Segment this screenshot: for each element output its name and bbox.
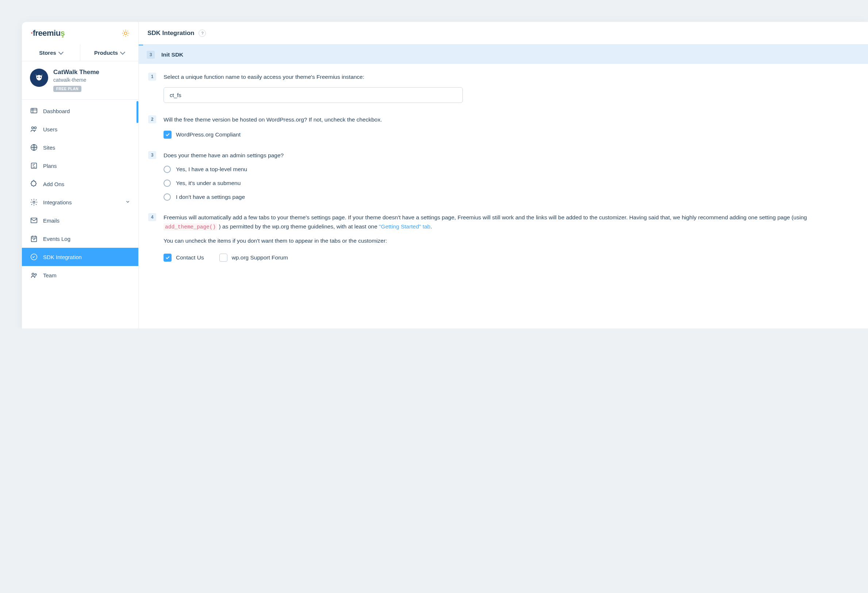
text-segment: . <box>430 223 432 230</box>
plan-badge: FREE PLAN <box>53 86 81 92</box>
app-window: ·freemiuş SDK Integration ? Stores Produ… <box>22 22 868 329</box>
svg-rect-10 <box>31 236 37 242</box>
check-icon <box>165 132 170 137</box>
code-snippet: add_theme_page() <box>164 223 217 231</box>
svg-point-12 <box>32 273 34 276</box>
nav-sdk[interactable]: SDK Integration <box>22 248 138 266</box>
radio-top-level[interactable]: Yes, I have a top-level menu <box>164 166 859 173</box>
radio-icon <box>164 166 171 173</box>
checklist-icon <box>30 162 38 170</box>
nav-dashboard[interactable]: Dashboard <box>22 102 138 120</box>
svg-point-8 <box>33 201 35 203</box>
sdk-icon <box>30 253 38 261</box>
section-title: Init SDK <box>161 52 183 58</box>
substep-label: Will the free theme version be hosted on… <box>164 115 859 124</box>
mail-icon <box>30 216 38 224</box>
substep-number: 3 <box>148 151 156 159</box>
text-segment: ) as permitted by the wp.org theme guide… <box>217 223 379 230</box>
products-dropdown[interactable]: Products <box>80 44 138 61</box>
nav-label: Sites <box>43 145 55 151</box>
contact-us-checkbox[interactable] <box>164 254 171 262</box>
nav-label: Dashboard <box>43 108 70 114</box>
sun-icon <box>121 29 130 37</box>
section-body: 1 Select a unique function name to easil… <box>139 64 868 276</box>
nav-label: Events Log <box>43 236 71 242</box>
page-title: SDK Integration <box>148 30 194 37</box>
checkbox-label: WordPress.org Compliant <box>176 131 241 138</box>
nav-integrations[interactable]: Integrations <box>22 193 138 211</box>
dashboard-icon <box>30 107 38 115</box>
nav: Dashboard Users Sites Plans Add Ons <box>22 100 138 286</box>
chevron-down-icon <box>58 50 63 55</box>
team-icon <box>30 271 38 279</box>
body: Stores Products CatWalk Theme catwalk-th… <box>22 44 868 329</box>
radio-none[interactable]: I don't have a settings page <box>164 193 859 201</box>
wporg-compliant-checkbox[interactable] <box>164 131 171 139</box>
topbar: ·freemiuş SDK Integration ? <box>22 22 868 44</box>
nav-emails[interactable]: Emails <box>22 211 138 230</box>
svg-point-13 <box>35 274 37 276</box>
scroll-indicator[interactable] <box>137 101 138 123</box>
nav-label: SDK Integration <box>43 254 82 260</box>
product-avatar <box>30 69 48 87</box>
support-forum-checkbox[interactable] <box>219 254 227 262</box>
puzzle-icon <box>30 180 38 188</box>
gear-icon <box>30 198 38 206</box>
help-button[interactable]: ? <box>199 30 206 37</box>
radio-icon <box>164 193 171 201</box>
logo[interactable]: ·freemiuş <box>31 28 65 38</box>
radio-icon <box>164 180 171 187</box>
function-name-input[interactable] <box>164 87 463 103</box>
substep-number: 4 <box>148 213 156 221</box>
nav-label: Users <box>43 126 57 133</box>
svg-rect-3 <box>31 108 37 113</box>
topbar-left: ·freemiuş <box>22 22 139 44</box>
text-segment: Freemius will automatically add a few ta… <box>164 214 807 220</box>
nav-users[interactable]: Users <box>22 120 138 138</box>
globe-icon <box>30 143 38 152</box>
radio-label: Yes, I have a top-level menu <box>176 166 247 173</box>
users-icon <box>30 125 38 133</box>
substep-2: 2 Will the free theme version be hosted … <box>148 115 859 139</box>
substep-1: 1 Select a unique function name to easil… <box>148 72 859 103</box>
product-name: CatWalk Theme <box>53 69 99 76</box>
radio-label: Yes, it's under a submenu <box>176 180 241 186</box>
radio-label: I don't have a settings page <box>176 194 245 200</box>
checkbox-label: wp.org Support Forum <box>232 254 288 261</box>
nav-plans[interactable]: Plans <box>22 156 138 175</box>
substep-label: Select a unique function name to easily … <box>164 72 859 81</box>
substep-paragraph: Freemius will automatically add a few ta… <box>164 213 859 232</box>
product-meta: CatWalk Theme catwalk-theme FREE PLAN <box>53 69 99 92</box>
nav-sites[interactable]: Sites <box>22 138 138 156</box>
sidebar: Stores Products CatWalk Theme catwalk-th… <box>22 44 139 329</box>
selector-row: Stores Products <box>22 44 138 61</box>
cat-icon <box>34 72 44 83</box>
nav-label: Team <box>43 272 56 279</box>
chevron-down-icon <box>120 50 125 55</box>
substep-number: 2 <box>148 115 156 123</box>
nav-events[interactable]: Events Log <box>22 230 138 248</box>
main-content: 3 Init SDK 1 Select a unique function na… <box>139 44 868 329</box>
substep-label: Does your theme have an admin settings p… <box>164 151 859 160</box>
nav-team[interactable]: Team <box>22 266 138 284</box>
checkbox-label: Contact Us <box>176 254 204 261</box>
section-header: 3 Init SDK <box>139 46 868 64</box>
svg-rect-9 <box>31 218 37 223</box>
calendar-icon <box>30 235 38 243</box>
nav-label: Integrations <box>43 199 72 205</box>
topbar-right: SDK Integration ? <box>139 22 868 44</box>
substep-4: 4 Freemius will automatically add a few … <box>148 213 859 262</box>
radio-submenu[interactable]: Yes, it's under a submenu <box>164 180 859 187</box>
stores-dropdown[interactable]: Stores <box>22 44 80 61</box>
nav-label: Plans <box>43 163 57 169</box>
substep-number: 1 <box>148 72 156 81</box>
theme-toggle[interactable] <box>121 29 130 37</box>
stores-label: Stores <box>39 50 56 56</box>
logo-green-s: ş <box>61 28 65 38</box>
nav-addons[interactable]: Add Ons <box>22 175 138 193</box>
getting-started-link[interactable]: "Getting Started" tab <box>379 223 430 230</box>
chevron-down-icon <box>125 199 130 205</box>
svg-point-0 <box>124 32 127 34</box>
product-card[interactable]: CatWalk Theme catwalk-theme FREE PLAN <box>22 61 138 100</box>
substep-3: 3 Does your theme have an admin settings… <box>148 151 859 201</box>
